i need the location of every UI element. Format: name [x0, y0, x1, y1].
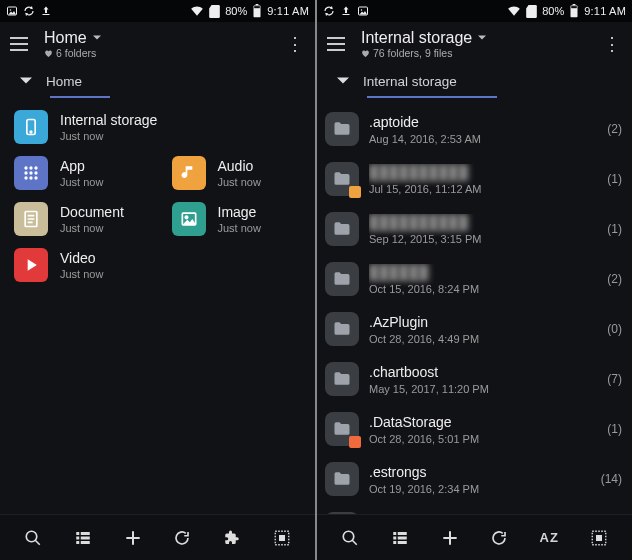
- subtitle: 76 folders, 9 files: [373, 47, 452, 59]
- svg-rect-28: [279, 535, 285, 541]
- image-icon: [172, 202, 206, 236]
- select-button[interactable]: [264, 520, 300, 556]
- svg-point-7: [30, 131, 32, 133]
- list-item[interactable]: ██████████ Jul 15, 2016, 11:12 AM (1): [317, 154, 632, 204]
- folder-name: .DataStorage: [369, 414, 597, 430]
- tile-document[interactable]: Document Just now: [0, 196, 158, 242]
- sd-icon: [526, 5, 537, 18]
- tab-indicator: [50, 96, 110, 98]
- tile-sub: Just now: [218, 222, 261, 234]
- content-area[interactable]: .aptoide Aug 14, 2016, 2:53 AM (2) █████…: [317, 100, 632, 514]
- svg-rect-26: [80, 541, 89, 544]
- svg-rect-40: [393, 541, 396, 544]
- screen-internal-storage: 80% 9:11 AM Internal storage 76 folders,…: [317, 0, 632, 560]
- svg-rect-25: [76, 541, 79, 544]
- svg-rect-22: [80, 532, 89, 535]
- svg-rect-41: [397, 541, 406, 544]
- tile-app[interactable]: App Just now: [0, 150, 158, 196]
- folder-date: Oct 19, 2016, 2:34 PM: [369, 483, 591, 495]
- page-title[interactable]: Home: [44, 29, 87, 47]
- svg-point-31: [361, 9, 363, 11]
- folder-count: (7): [607, 372, 622, 386]
- folder-date: Oct 28, 2016, 4:49 PM: [369, 333, 597, 345]
- svg-point-19: [185, 216, 188, 219]
- chevron-down-icon[interactable]: [337, 75, 349, 87]
- svg-rect-5: [254, 6, 260, 8]
- list-item[interactable]: .hide Dec 3, 2016, 2:09 PM (0): [317, 504, 632, 514]
- search-button[interactable]: [15, 520, 51, 556]
- svg-rect-43: [596, 535, 602, 541]
- add-button[interactable]: [432, 520, 468, 556]
- app-bar: Internal storage 76 folders, 9 files ⋮: [317, 22, 632, 66]
- menu-icon[interactable]: [10, 33, 32, 55]
- svg-rect-33: [573, 4, 576, 5]
- folder-date: Aug 14, 2016, 2:53 AM: [369, 133, 597, 145]
- folder-icon: [325, 362, 359, 396]
- page-title[interactable]: Internal storage: [361, 29, 472, 47]
- svg-rect-36: [393, 532, 396, 535]
- list-item[interactable]: .AzPlugin Oct 28, 2016, 4:49 PM (0): [317, 304, 632, 354]
- list-item[interactable]: ██████████ Sep 12, 2015, 3:15 PM (1): [317, 204, 632, 254]
- chevron-down-icon[interactable]: [20, 75, 32, 87]
- upload-icon: [40, 5, 52, 17]
- menu-icon[interactable]: [327, 33, 349, 55]
- list-item[interactable]: .aptoide Aug 14, 2016, 2:53 AM (2): [317, 104, 632, 154]
- tile-audio[interactable]: Audio Just now: [158, 150, 316, 196]
- tile-sub: Just now: [60, 176, 103, 188]
- folder-icon: [325, 112, 359, 146]
- list-item[interactable]: .DataStorage Oct 28, 2016, 5:01 PM (1): [317, 404, 632, 454]
- view-list-button[interactable]: [65, 520, 101, 556]
- overflow-menu-icon[interactable]: ⋮: [602, 35, 622, 53]
- folder-date: May 15, 2017, 11:20 PM: [369, 383, 597, 395]
- tile-image[interactable]: Image Just now: [158, 196, 316, 242]
- add-button[interactable]: [115, 520, 151, 556]
- folder-count: (1): [607, 422, 622, 436]
- svg-point-15: [29, 176, 32, 179]
- tile-sub: Just now: [218, 176, 261, 188]
- wifi-icon: [507, 5, 521, 17]
- svg-point-20: [26, 531, 37, 542]
- refresh-button[interactable]: [164, 520, 200, 556]
- heart-icon: [44, 49, 53, 58]
- play-icon: [14, 248, 48, 282]
- crumb-text[interactable]: Internal storage: [363, 74, 457, 89]
- refresh-button[interactable]: [481, 520, 517, 556]
- folder-date: Oct 28, 2016, 5:01 PM: [369, 433, 597, 445]
- plugins-button[interactable]: [214, 520, 250, 556]
- folder-date: Jul 15, 2016, 11:12 AM: [369, 183, 597, 195]
- svg-point-8: [24, 166, 27, 169]
- search-button[interactable]: [332, 520, 368, 556]
- breadcrumb[interactable]: Home: [0, 66, 315, 96]
- crumb-text[interactable]: Home: [46, 74, 82, 89]
- sd-icon: [209, 5, 220, 18]
- view-list-button[interactable]: [382, 520, 418, 556]
- list-item[interactable]: .chartboost May 15, 2017, 11:20 PM (7): [317, 354, 632, 404]
- bottom-bar: AZ: [317, 514, 632, 560]
- sort-button[interactable]: AZ: [531, 520, 567, 556]
- folder-count: (14): [601, 472, 622, 486]
- clock: 9:11 AM: [584, 5, 626, 17]
- heart-icon: [361, 49, 370, 58]
- battery-pct: 80%: [542, 5, 564, 17]
- tile-name: Internal storage: [60, 112, 157, 128]
- svg-rect-39: [397, 536, 406, 539]
- overflow-menu-icon[interactable]: ⋮: [285, 35, 305, 53]
- badge-icon: [349, 186, 361, 198]
- tile-internal-storage[interactable]: Internal storage Just now: [0, 104, 315, 150]
- svg-rect-37: [397, 532, 406, 535]
- svg-point-11: [24, 171, 27, 174]
- folder-icon: [325, 412, 359, 446]
- list-item[interactable]: ██████ Oct 15, 2016, 8:24 PM (2): [317, 254, 632, 304]
- tile-video[interactable]: Video Just now: [0, 242, 315, 288]
- note-icon: [172, 156, 206, 190]
- chevron-down-icon[interactable]: [478, 34, 486, 42]
- breadcrumb[interactable]: Internal storage: [317, 66, 632, 96]
- tab-indicator: [367, 96, 497, 98]
- clock: 9:11 AM: [267, 5, 309, 17]
- select-button[interactable]: [581, 520, 617, 556]
- chevron-down-icon[interactable]: [93, 34, 101, 42]
- svg-point-1: [10, 9, 12, 11]
- folder-icon: [325, 162, 359, 196]
- list-item[interactable]: .estrongs Oct 19, 2016, 2:34 PM (14): [317, 454, 632, 504]
- tile-name: App: [60, 158, 103, 174]
